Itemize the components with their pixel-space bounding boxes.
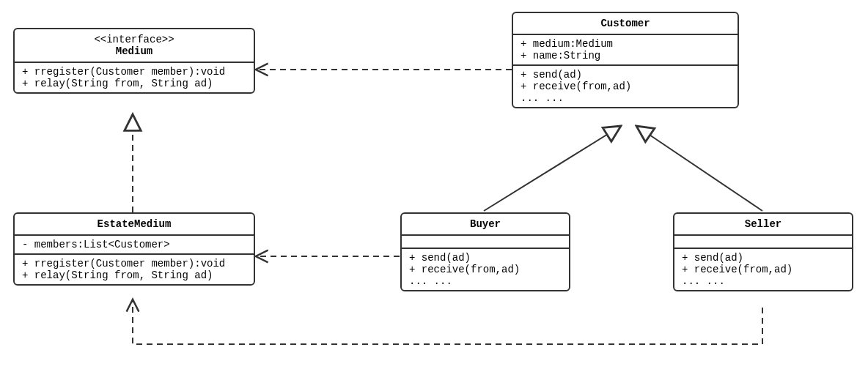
operation: ... ... (682, 275, 845, 287)
attribute: + name:String (521, 50, 730, 62)
edge-seller-to-estatemedium (133, 300, 762, 344)
operation: + relay(String from, String ad) (22, 78, 246, 89)
uml-canvas: <<interface>> Medium + rregister(Custome… (0, 0, 868, 372)
stereotype-label: <<interface>> (22, 34, 246, 45)
operation: + send(ad) (521, 69, 730, 81)
class-customer: Customer + medium:Medium + name:String +… (512, 12, 739, 108)
operation: + receive(from,ad) (521, 81, 730, 92)
class-title: Seller (682, 218, 845, 230)
attribute: + medium:Medium (521, 38, 730, 50)
class-title: Medium (22, 45, 246, 57)
operation: + send(ad) (409, 252, 562, 264)
empty-attributes (674, 234, 852, 248)
operation: + rregister(Customer member):void (22, 258, 246, 269)
operation: + send(ad) (682, 252, 845, 264)
class-title: EstateMedium (22, 218, 246, 230)
class-medium: <<interface>> Medium + rregister(Custome… (13, 28, 255, 94)
operation: + rregister(Customer member):void (22, 66, 246, 78)
edge-seller-to-customer (636, 126, 762, 211)
operation: + receive(from,ad) (682, 264, 845, 275)
class-title: Buyer (409, 218, 562, 230)
class-seller: Seller + send(ad) + receive(from,ad) ...… (673, 212, 853, 291)
attribute: - members:List<Customer> (22, 239, 246, 250)
edge-buyer-to-customer (484, 126, 621, 211)
class-estatemedium: EstateMedium - members:List<Customer> + … (13, 212, 255, 286)
empty-attributes (402, 234, 569, 248)
class-title: Customer (521, 18, 730, 29)
operation: + relay(String from, String ad) (22, 269, 246, 281)
class-buyer: Buyer + send(ad) + receive(from,ad) ... … (400, 212, 570, 291)
operation: + receive(from,ad) (409, 264, 562, 275)
operation: ... ... (409, 275, 562, 287)
operation: ... ... (521, 92, 730, 104)
